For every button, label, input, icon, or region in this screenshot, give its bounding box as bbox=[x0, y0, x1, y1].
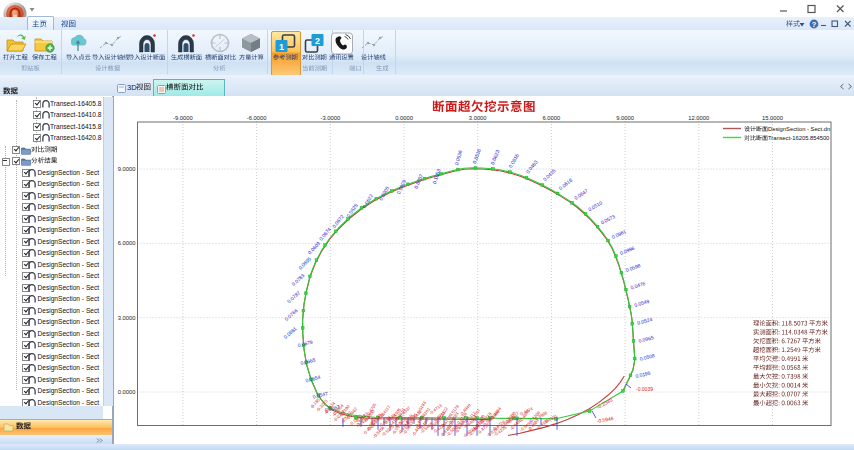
svg-text:0.0766: 0.0766 bbox=[283, 307, 299, 322]
svg-text:0.0598: 0.0598 bbox=[625, 262, 642, 273]
svg-text:0.0549: 0.0549 bbox=[634, 298, 651, 308]
svg-text:0.0647: 0.0647 bbox=[573, 187, 589, 201]
svg-text:9.0000: 9.0000 bbox=[616, 115, 634, 121]
svg-text:0.0510: 0.0510 bbox=[587, 199, 603, 212]
svg-text:0.0672: 0.0672 bbox=[331, 213, 345, 229]
svg-text:0.0681: 0.0681 bbox=[282, 325, 298, 340]
svg-text:0.0965: 0.0965 bbox=[638, 334, 655, 344]
svg-text:2: 2 bbox=[315, 36, 320, 46]
svg-text:12.0000: 12.0000 bbox=[688, 115, 709, 121]
svg-text:0.0425: 0.0425 bbox=[541, 167, 556, 182]
svg-text:-0.5946: -0.5946 bbox=[596, 415, 614, 424]
svg-text:9.0000: 9.0000 bbox=[118, 166, 136, 172]
svg-text:0.0996: 0.0996 bbox=[619, 245, 636, 256]
svg-text:0.0654: 0.0654 bbox=[305, 374, 322, 384]
svg-text:0.0463: 0.0463 bbox=[525, 159, 539, 175]
svg-text:0.0476: 0.0476 bbox=[630, 280, 647, 290]
svg-text:0.0623: 0.0623 bbox=[489, 149, 500, 166]
svg-text:0.0665: 0.0665 bbox=[300, 356, 317, 366]
svg-text:0.0000: 0.0000 bbox=[395, 115, 413, 121]
svg-text:6.0000: 6.0000 bbox=[118, 240, 136, 246]
svg-text:3.0000: 3.0000 bbox=[118, 315, 136, 321]
svg-text:0.0816: 0.0816 bbox=[507, 152, 520, 168]
svg-text:-9.0000: -9.0000 bbox=[173, 115, 193, 121]
svg-text:-3.0000: -3.0000 bbox=[320, 115, 340, 121]
svg-text:0.0196: 0.0196 bbox=[635, 369, 652, 379]
svg-text:-0.0039: -0.0039 bbox=[636, 386, 653, 392]
svg-text:0.0783: 0.0783 bbox=[290, 272, 305, 287]
svg-text:-6.0000: -6.0000 bbox=[247, 115, 267, 121]
svg-text:3.0000: 3.0000 bbox=[469, 115, 487, 121]
svg-text:0.0787: 0.0787 bbox=[286, 289, 302, 304]
svg-text:15.0000: 15.0000 bbox=[762, 115, 783, 121]
svg-text:?: ? bbox=[812, 20, 817, 29]
svg-text:0.0707: 0.0707 bbox=[413, 173, 424, 190]
svg-text:1: 1 bbox=[279, 42, 284, 52]
svg-text:0.0000: 0.0000 bbox=[118, 389, 136, 395]
svg-text:0.0616: 0.0616 bbox=[558, 177, 574, 191]
svg-text:0.0573: 0.0573 bbox=[600, 213, 617, 225]
svg-text:0.1053: 0.1053 bbox=[431, 168, 441, 185]
svg-text:0.0695: 0.0695 bbox=[297, 256, 312, 271]
svg-text:6.0000: 6.0000 bbox=[543, 115, 561, 121]
svg-text:0.0536: 0.0536 bbox=[453, 149, 463, 166]
svg-text:DesignSection - Sect.dn: DesignSection - Sect.dn bbox=[768, 126, 830, 132]
svg-text:0.0516: 0.0516 bbox=[471, 148, 482, 165]
svg-text:Transect-16205.854500: Transect-16205.854500 bbox=[768, 135, 829, 141]
svg-text:0.0609: 0.0609 bbox=[306, 240, 321, 255]
svg-text:0.0508: 0.0508 bbox=[639, 352, 656, 362]
